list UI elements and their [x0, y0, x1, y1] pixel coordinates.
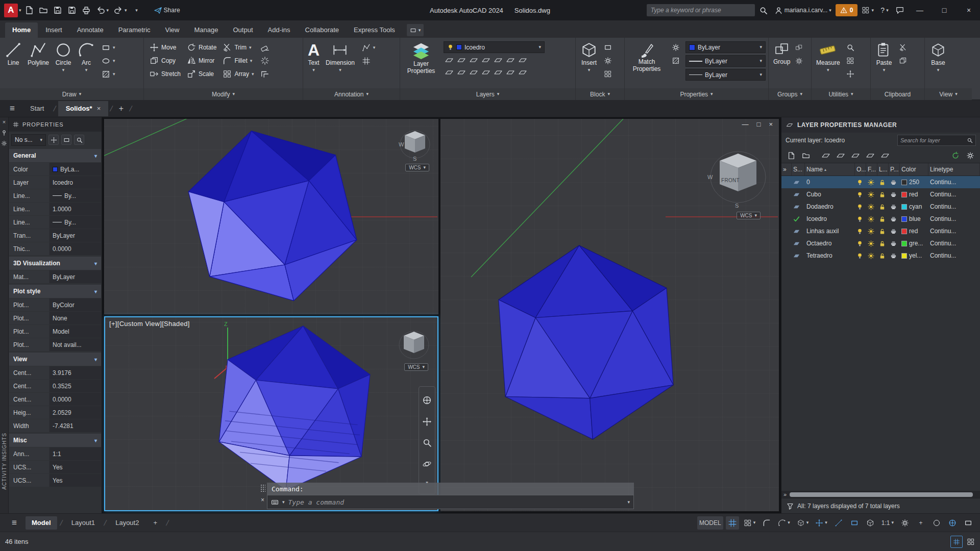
file-tabs-menu-button[interactable]: ≡: [3, 102, 21, 116]
grid-view-icon[interactable]: [950, 536, 963, 548]
save-button[interactable]: [51, 3, 64, 17]
refresh-button[interactable]: [950, 150, 961, 161]
scale-tool[interactable]: Scale: [185, 68, 218, 80]
ribbon-display-toggle[interactable]: ▾: [407, 24, 424, 36]
layer-color-swatch[interactable]: [901, 216, 907, 222]
palette-close-icon[interactable]: ×: [3, 119, 6, 125]
hatch-tool[interactable]: ▾: [100, 68, 117, 80]
lineweight-display-icon[interactable]: [832, 516, 845, 530]
prop-row-ucs-icon-origin[interactable]: UCS...Yes: [9, 474, 101, 487]
new-layer-vp-freeze-button[interactable]: [835, 150, 846, 161]
layer-plot-icon[interactable]: [890, 216, 897, 222]
stretch-tool[interactable]: Stretch: [148, 68, 183, 80]
section-plot-style[interactable]: Plot style▾: [9, 285, 101, 298]
command-input[interactable]: [288, 498, 624, 506]
layer-linetype[interactable]: Continu...: [928, 252, 980, 259]
rotate-tool[interactable]: Rotate: [185, 42, 218, 53]
explode-tool[interactable]: [258, 55, 272, 66]
snap-mode-icon[interactable]: ▾: [742, 516, 758, 530]
col-linetype[interactable]: Linetype: [928, 163, 980, 176]
make-current-layer-icon[interactable]: [494, 56, 503, 65]
modify-panel-label[interactable]: Modify▾: [144, 88, 303, 100]
layer-color-swatch[interactable]: [901, 253, 907, 259]
layer-linetype[interactable]: Continu...: [928, 215, 980, 222]
layer-lock-icon[interactable]: [879, 191, 886, 198]
offset-tool[interactable]: [258, 68, 272, 80]
layer-plot-icon[interactable]: [890, 240, 897, 247]
close-button[interactable]: ×: [958, 0, 980, 20]
icosahedron-model[interactable]: [208, 321, 381, 495]
id-point-tool[interactable]: [844, 68, 856, 80]
cut-tool[interactable]: [897, 42, 909, 53]
compass-west[interactable]: W: [707, 174, 713, 180]
new-drawing-button[interactable]: [22, 3, 36, 17]
layer-linetype[interactable]: Continu...: [928, 203, 980, 210]
activity-insights-tab[interactable]: ACTIVITY INSIGHTS: [2, 433, 7, 490]
layer-freeze-icon[interactable]: [868, 253, 874, 259]
annotation-scale-button[interactable]: 1:1▾: [879, 516, 896, 530]
command-line-grip[interactable]: [260, 484, 265, 492]
dynamic-ucs-icon[interactable]: [864, 516, 877, 530]
match-properties-button[interactable]: Match Properties: [627, 40, 666, 87]
col-on[interactable]: O...: [855, 163, 866, 176]
prop-row-transparency[interactable]: Tran...ByLayer: [9, 229, 101, 242]
layer-match-icon[interactable]: [506, 56, 515, 65]
layer-row[interactable]: Cubo red Continu...: [781, 188, 980, 201]
layer-on-icon[interactable]: [856, 191, 863, 198]
layer-row[interactable]: Tetraedro yel... Continu...: [781, 249, 980, 262]
groups-panel-label[interactable]: Groups▾: [769, 88, 811, 100]
layer-previous-icon[interactable]: [518, 56, 527, 65]
table-tool[interactable]: [360, 55, 378, 66]
open-button[interactable]: [37, 3, 50, 17]
prop-row-plot-space[interactable]: Plot...Model: [9, 325, 101, 338]
isolate-objects-icon[interactable]: [930, 516, 943, 530]
toggle-pickadd-button[interactable]: [48, 135, 59, 145]
palette-pin-icon[interactable]: [1, 130, 7, 136]
prop-row-thickness[interactable]: Thic...0.0000: [9, 242, 101, 255]
linetype-dropdown[interactable]: ByLayer▾: [685, 69, 766, 81]
tab-start[interactable]: Start: [22, 101, 52, 116]
license-alert-badge[interactable]: 0: [836, 4, 858, 16]
command-line-close-icon[interactable]: ×: [261, 496, 264, 504]
save-as-button[interactable]: [65, 3, 79, 17]
layer-merge-icon[interactable]: [518, 68, 527, 77]
viewport-right[interactable]: W S FRONT WCS▾: [440, 119, 779, 511]
col-freeze[interactable]: F...: [866, 163, 877, 176]
layer-freeze-icon[interactable]: [868, 204, 874, 210]
section-3d-visualization[interactable]: 3D Visualization▾: [9, 257, 101, 270]
prop-row-linetype[interactable]: Line...By...: [9, 189, 101, 202]
tab-insert[interactable]: Insert: [38, 22, 69, 38]
view-panel-label[interactable]: View▾: [925, 88, 972, 100]
layer-off-icon[interactable]: [445, 56, 454, 65]
help-search-input[interactable]: [651, 7, 751, 14]
invert-filter-icon[interactable]: [787, 503, 794, 510]
share-button[interactable]: Share: [152, 3, 182, 17]
app-menu-caret-icon[interactable]: ▾: [19, 8, 21, 13]
viewport-controls-label[interactable]: [+][Custom View][Shaded]: [109, 320, 190, 328]
layer-plot-icon[interactable]: [890, 204, 897, 210]
layer-freeze-icon[interactable]: [868, 228, 874, 235]
properties-palette-header[interactable]: PROPERTIES: [9, 117, 102, 132]
erase-tool[interactable]: [258, 42, 272, 53]
layer-settings-button[interactable]: [965, 150, 976, 161]
properties-panel-label[interactable]: Properties▾: [625, 88, 768, 100]
tab-solidos[interactable]: Solidos*×: [58, 101, 109, 116]
layer-lock-icon[interactable]: [879, 179, 886, 186]
layer-on-icon[interactable]: [856, 228, 863, 235]
section-view[interactable]: View▾: [9, 353, 101, 366]
paste-button[interactable]: Paste▾: [873, 40, 895, 87]
viewcube-front-face[interactable]: FRONT: [721, 178, 740, 183]
tab-home[interactable]: Home: [5, 22, 38, 38]
layer-row[interactable]: Dodaedro cyan Continu...: [781, 201, 980, 213]
layer-color-swatch[interactable]: [901, 180, 907, 185]
prop-row-annotation-scale[interactable]: Ann...1:1: [9, 447, 101, 460]
layer-plot-icon[interactable]: [890, 191, 897, 198]
doc-minimize-icon[interactable]: —: [742, 120, 749, 128]
close-tab-icon[interactable]: ×: [97, 105, 101, 112]
prop-row-center-x[interactable]: Cent...3.9176: [9, 366, 101, 379]
redo-button[interactable]: ▾: [112, 3, 129, 17]
layer-linetype[interactable]: Continu...: [928, 228, 980, 235]
layer-search-input[interactable]: [900, 137, 965, 143]
isodraft-icon[interactable]: ▾: [795, 516, 811, 530]
ungroup-tool[interactable]: [793, 42, 805, 53]
